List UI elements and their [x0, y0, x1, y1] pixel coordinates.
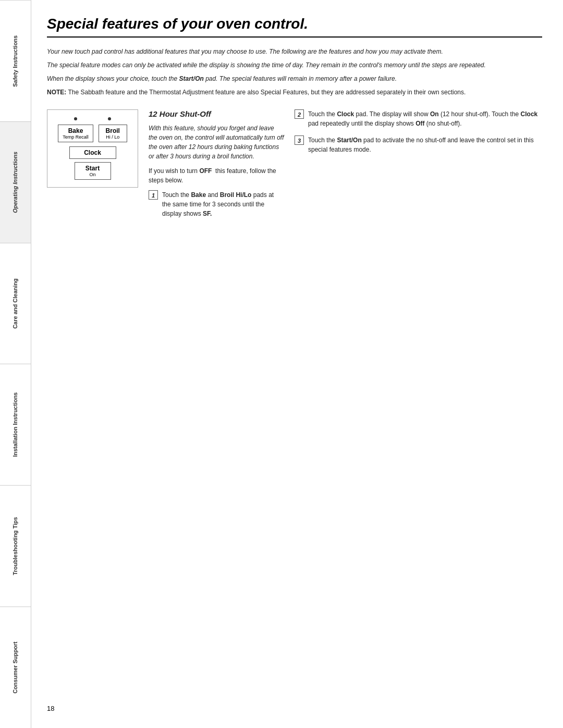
step-3-text: Touch the Start/On pad to activate the n… [308, 135, 542, 154]
diagram-top-row: Bake Temp Recall Broil Hi / Lo [54, 125, 131, 142]
oven-control-diagram: Bake Temp Recall Broil Hi / Lo Clock Sta… [47, 109, 138, 188]
clock-pad: Clock [69, 146, 116, 159]
bake-pad: Bake Temp Recall [58, 125, 93, 142]
sidebar-item-operating-instructions[interactable]: Operating Instructions [0, 121, 31, 243]
intro-paragraph-1: Your new touch pad control has additiona… [47, 47, 542, 56]
step-2-text: Touch the Clock pad. The display will sh… [308, 109, 542, 128]
description-italic: With this feature, should you forget and… [149, 124, 284, 161]
step-3: 3 Touch the Start/On pad to activate the… [295, 135, 542, 154]
bake-dot [74, 117, 77, 120]
sidebar-item-consumer-support[interactable]: Consumer Support [0, 607, 31, 728]
steps-column: 2 Touch the Clock pad. The display will … [295, 109, 542, 226]
step-2-number: 2 [295, 109, 304, 119]
section-heading: 12 Hour Shut-Off [149, 109, 284, 118]
description-normal: If you wish to turn OFF this feature, fo… [149, 166, 284, 185]
step-3-number: 3 [295, 135, 304, 145]
intro-paragraph-3: When the display shows your choice, touc… [47, 74, 542, 83]
sidebar-item-safety-instructions[interactable]: Safety Instructions [0, 0, 31, 121]
description-column: 12 Hour Shut-Off With this feature, shou… [149, 109, 284, 226]
broil-pad: Broil Hi / Lo [99, 125, 127, 142]
page-number: 18 [47, 689, 542, 712]
intro-paragraph-2: The special feature modes can only be ac… [47, 60, 542, 70]
broil-dot [108, 117, 111, 120]
sidebar-item-care-and-cleaning[interactable]: Care and Cleaning [0, 243, 31, 364]
sidebar-item-troubleshooting-tips[interactable]: Troubleshooting Tips [0, 485, 31, 607]
content-section: Bake Temp Recall Broil Hi / Lo Clock Sta… [47, 109, 542, 226]
step-1-number: 1 [149, 190, 158, 200]
main-content: Special features of your oven control. Y… [31, 0, 563, 728]
step-1-text: Touch the Bake and Broil Hi/Lo pads at t… [162, 190, 284, 218]
step-1: 1 Touch the Bake and Broil Hi/Lo pads at… [149, 190, 284, 218]
dot-row [54, 117, 131, 121]
sidebar: Safety Instructions Operating Instructio… [0, 0, 31, 728]
page-title: Special features of your oven control. [47, 16, 542, 38]
sidebar-item-installation-instructions[interactable]: Installation Instructions [0, 364, 31, 485]
start-pad: Start On [75, 162, 111, 180]
intro-paragraph-4: NOTE: The Sabbath feature and the Thermo… [47, 88, 542, 97]
step-2: 2 Touch the Clock pad. The display will … [295, 109, 542, 128]
